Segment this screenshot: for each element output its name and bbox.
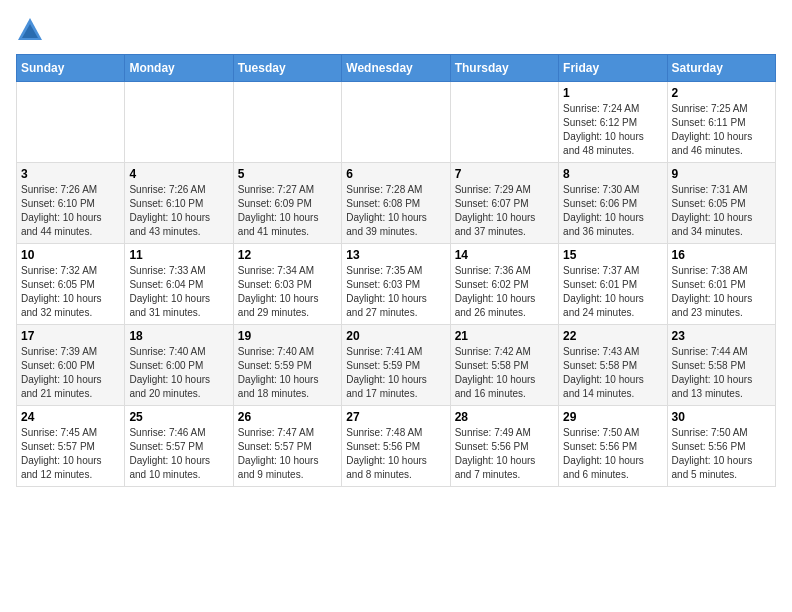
day-info: Sunrise: 7:24 AM Sunset: 6:12 PM Dayligh… [563,102,662,158]
calendar-week-row: 1Sunrise: 7:24 AM Sunset: 6:12 PM Daylig… [17,82,776,163]
calendar-cell: 28Sunrise: 7:49 AM Sunset: 5:56 PM Dayli… [450,406,558,487]
day-of-week-header: Saturday [667,55,775,82]
day-number: 30 [672,410,771,424]
calendar-cell: 14Sunrise: 7:36 AM Sunset: 6:02 PM Dayli… [450,244,558,325]
day-number: 8 [563,167,662,181]
calendar-cell: 11Sunrise: 7:33 AM Sunset: 6:04 PM Dayli… [125,244,233,325]
page-header [16,16,776,44]
day-number: 2 [672,86,771,100]
day-of-week-header: Wednesday [342,55,450,82]
calendar-cell: 7Sunrise: 7:29 AM Sunset: 6:07 PM Daylig… [450,163,558,244]
day-info: Sunrise: 7:42 AM Sunset: 5:58 PM Dayligh… [455,345,554,401]
logo [16,16,48,44]
day-number: 11 [129,248,228,262]
day-number: 13 [346,248,445,262]
day-number: 27 [346,410,445,424]
calendar-cell: 25Sunrise: 7:46 AM Sunset: 5:57 PM Dayli… [125,406,233,487]
calendar-cell: 13Sunrise: 7:35 AM Sunset: 6:03 PM Dayli… [342,244,450,325]
day-number: 5 [238,167,337,181]
calendar-header-row: SundayMondayTuesdayWednesdayThursdayFrid… [17,55,776,82]
day-info: Sunrise: 7:41 AM Sunset: 5:59 PM Dayligh… [346,345,445,401]
calendar-cell: 22Sunrise: 7:43 AM Sunset: 5:58 PM Dayli… [559,325,667,406]
day-number: 16 [672,248,771,262]
day-info: Sunrise: 7:50 AM Sunset: 5:56 PM Dayligh… [563,426,662,482]
day-number: 19 [238,329,337,343]
calendar-cell: 8Sunrise: 7:30 AM Sunset: 6:06 PM Daylig… [559,163,667,244]
day-info: Sunrise: 7:33 AM Sunset: 6:04 PM Dayligh… [129,264,228,320]
calendar-cell [125,82,233,163]
calendar-cell: 9Sunrise: 7:31 AM Sunset: 6:05 PM Daylig… [667,163,775,244]
day-info: Sunrise: 7:43 AM Sunset: 5:58 PM Dayligh… [563,345,662,401]
day-number: 14 [455,248,554,262]
day-info: Sunrise: 7:50 AM Sunset: 5:56 PM Dayligh… [672,426,771,482]
day-info: Sunrise: 7:29 AM Sunset: 6:07 PM Dayligh… [455,183,554,239]
logo-icon [16,16,44,44]
day-info: Sunrise: 7:28 AM Sunset: 6:08 PM Dayligh… [346,183,445,239]
day-number: 22 [563,329,662,343]
day-info: Sunrise: 7:30 AM Sunset: 6:06 PM Dayligh… [563,183,662,239]
day-info: Sunrise: 7:26 AM Sunset: 6:10 PM Dayligh… [129,183,228,239]
day-number: 3 [21,167,120,181]
calendar-week-row: 3Sunrise: 7:26 AM Sunset: 6:10 PM Daylig… [17,163,776,244]
day-info: Sunrise: 7:35 AM Sunset: 6:03 PM Dayligh… [346,264,445,320]
day-info: Sunrise: 7:49 AM Sunset: 5:56 PM Dayligh… [455,426,554,482]
calendar-cell: 27Sunrise: 7:48 AM Sunset: 5:56 PM Dayli… [342,406,450,487]
day-number: 4 [129,167,228,181]
calendar-cell: 12Sunrise: 7:34 AM Sunset: 6:03 PM Dayli… [233,244,341,325]
day-number: 23 [672,329,771,343]
calendar-cell: 3Sunrise: 7:26 AM Sunset: 6:10 PM Daylig… [17,163,125,244]
day-of-week-header: Thursday [450,55,558,82]
day-number: 21 [455,329,554,343]
calendar-cell: 20Sunrise: 7:41 AM Sunset: 5:59 PM Dayli… [342,325,450,406]
calendar-week-row: 17Sunrise: 7:39 AM Sunset: 6:00 PM Dayli… [17,325,776,406]
calendar-cell [450,82,558,163]
calendar-cell: 6Sunrise: 7:28 AM Sunset: 6:08 PM Daylig… [342,163,450,244]
calendar-cell: 23Sunrise: 7:44 AM Sunset: 5:58 PM Dayli… [667,325,775,406]
day-number: 12 [238,248,337,262]
calendar-cell: 24Sunrise: 7:45 AM Sunset: 5:57 PM Dayli… [17,406,125,487]
calendar-cell: 19Sunrise: 7:40 AM Sunset: 5:59 PM Dayli… [233,325,341,406]
calendar-cell: 10Sunrise: 7:32 AM Sunset: 6:05 PM Dayli… [17,244,125,325]
day-number: 18 [129,329,228,343]
calendar-table: SundayMondayTuesdayWednesdayThursdayFrid… [16,54,776,487]
day-info: Sunrise: 7:26 AM Sunset: 6:10 PM Dayligh… [21,183,120,239]
day-of-week-header: Tuesday [233,55,341,82]
day-info: Sunrise: 7:36 AM Sunset: 6:02 PM Dayligh… [455,264,554,320]
calendar-cell: 4Sunrise: 7:26 AM Sunset: 6:10 PM Daylig… [125,163,233,244]
day-info: Sunrise: 7:46 AM Sunset: 5:57 PM Dayligh… [129,426,228,482]
day-number: 25 [129,410,228,424]
day-of-week-header: Sunday [17,55,125,82]
day-number: 15 [563,248,662,262]
day-number: 20 [346,329,445,343]
calendar-cell: 26Sunrise: 7:47 AM Sunset: 5:57 PM Dayli… [233,406,341,487]
day-of-week-header: Monday [125,55,233,82]
calendar-cell: 21Sunrise: 7:42 AM Sunset: 5:58 PM Dayli… [450,325,558,406]
calendar-week-row: 10Sunrise: 7:32 AM Sunset: 6:05 PM Dayli… [17,244,776,325]
calendar-cell: 5Sunrise: 7:27 AM Sunset: 6:09 PM Daylig… [233,163,341,244]
calendar-cell: 2Sunrise: 7:25 AM Sunset: 6:11 PM Daylig… [667,82,775,163]
calendar-cell: 16Sunrise: 7:38 AM Sunset: 6:01 PM Dayli… [667,244,775,325]
day-info: Sunrise: 7:45 AM Sunset: 5:57 PM Dayligh… [21,426,120,482]
day-number: 1 [563,86,662,100]
day-info: Sunrise: 7:44 AM Sunset: 5:58 PM Dayligh… [672,345,771,401]
day-info: Sunrise: 7:34 AM Sunset: 6:03 PM Dayligh… [238,264,337,320]
day-number: 29 [563,410,662,424]
day-info: Sunrise: 7:31 AM Sunset: 6:05 PM Dayligh… [672,183,771,239]
day-number: 26 [238,410,337,424]
day-info: Sunrise: 7:39 AM Sunset: 6:00 PM Dayligh… [21,345,120,401]
day-number: 17 [21,329,120,343]
calendar-cell [233,82,341,163]
calendar-cell: 29Sunrise: 7:50 AM Sunset: 5:56 PM Dayli… [559,406,667,487]
calendar-cell: 17Sunrise: 7:39 AM Sunset: 6:00 PM Dayli… [17,325,125,406]
day-info: Sunrise: 7:38 AM Sunset: 6:01 PM Dayligh… [672,264,771,320]
day-info: Sunrise: 7:37 AM Sunset: 6:01 PM Dayligh… [563,264,662,320]
day-info: Sunrise: 7:25 AM Sunset: 6:11 PM Dayligh… [672,102,771,158]
day-number: 10 [21,248,120,262]
day-number: 28 [455,410,554,424]
calendar-cell: 15Sunrise: 7:37 AM Sunset: 6:01 PM Dayli… [559,244,667,325]
calendar-week-row: 24Sunrise: 7:45 AM Sunset: 5:57 PM Dayli… [17,406,776,487]
calendar-cell [342,82,450,163]
calendar-cell: 1Sunrise: 7:24 AM Sunset: 6:12 PM Daylig… [559,82,667,163]
day-info: Sunrise: 7:32 AM Sunset: 6:05 PM Dayligh… [21,264,120,320]
day-info: Sunrise: 7:47 AM Sunset: 5:57 PM Dayligh… [238,426,337,482]
